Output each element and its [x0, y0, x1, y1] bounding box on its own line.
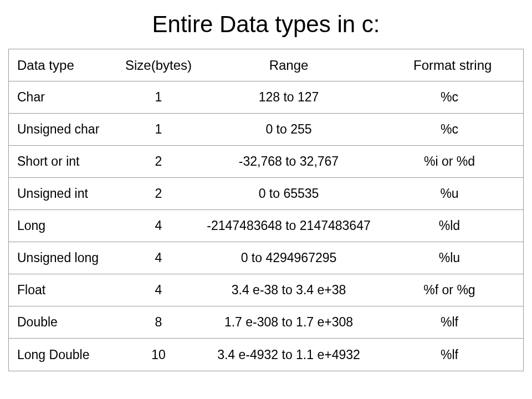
cell-size: 10: [125, 347, 192, 362]
cell-size: 4: [125, 250, 192, 265]
table-row: Char 1 128 to 127 %c: [9, 81, 523, 114]
cell-format: %lf: [386, 315, 513, 330]
cell-size: 1: [125, 90, 192, 105]
cell-size: 1: [125, 122, 192, 137]
cell-format: %u: [386, 186, 513, 201]
cell-range: 3.4 e-4932 to 1.1 e+4932: [192, 347, 386, 362]
header-range: Range: [192, 58, 386, 73]
header-datatype: Data type: [14, 58, 125, 73]
cell-size: 4: [125, 283, 192, 298]
cell-range: 0 to 255: [192, 122, 386, 137]
table-row: Unsigned long 4 0 to 4294967295 %lu: [9, 242, 523, 274]
cell-format: %ld: [386, 218, 513, 233]
cell-datatype: Long: [14, 218, 125, 233]
cell-range: 3.4 e-38 to 3.4 e+38: [192, 283, 386, 298]
cell-range: 1.7 e-308 to 1.7 e+308: [192, 315, 386, 330]
cell-format: %f or %g: [386, 283, 513, 298]
cell-datatype: Double: [14, 315, 125, 330]
cell-datatype: Unsigned char: [14, 122, 125, 137]
cell-datatype: Char: [14, 90, 125, 105]
cell-range: 0 to 65535: [192, 186, 386, 201]
cell-size: 8: [125, 315, 192, 330]
cell-range: 128 to 127: [192, 90, 386, 105]
cell-datatype: Unsigned long: [14, 250, 125, 265]
cell-range: -2147483648 to 2147483647: [192, 218, 386, 233]
cell-format: %c: [386, 90, 513, 105]
data-types-table: Data type Size(bytes) Range Format strin…: [8, 49, 524, 371]
cell-format: %lu: [386, 250, 513, 265]
table-row: Float 4 3.4 e-38 to 3.4 e+38 %f or %g: [9, 274, 523, 306]
cell-datatype: Short or int: [14, 154, 125, 169]
cell-datatype: Unsigned int: [14, 186, 125, 201]
page-title: Entire Data types in c:: [8, 11, 524, 38]
table-row: Long 4 -2147483648 to 2147483647 %ld: [9, 210, 523, 242]
table-row: Short or int 2 -32,768 to 32,767 %i or %…: [9, 146, 523, 178]
table-row: Unsigned char 1 0 to 255 %c: [9, 114, 523, 146]
cell-range: -32,768 to 32,767: [192, 154, 386, 169]
cell-format: %c: [386, 122, 513, 137]
cell-size: 2: [125, 154, 192, 169]
table-row: Unsigned int 2 0 to 65535 %u: [9, 178, 523, 210]
cell-datatype: Long Double: [14, 347, 125, 362]
table-row: Double 8 1.7 e-308 to 1.7 e+308 %lf: [9, 306, 523, 339]
cell-size: 2: [125, 186, 192, 201]
table-header-row: Data type Size(bytes) Range Format strin…: [9, 49, 523, 81]
cell-format: %lf: [386, 347, 513, 362]
cell-size: 4: [125, 218, 192, 233]
cell-range: 0 to 4294967295: [192, 250, 386, 265]
cell-format: %i or %d: [386, 154, 513, 169]
cell-datatype: Float: [14, 283, 125, 298]
header-size: Size(bytes): [125, 58, 192, 73]
table-row: Long Double 10 3.4 e-4932 to 1.1 e+4932 …: [9, 339, 523, 371]
header-format: Format string: [386, 58, 513, 73]
